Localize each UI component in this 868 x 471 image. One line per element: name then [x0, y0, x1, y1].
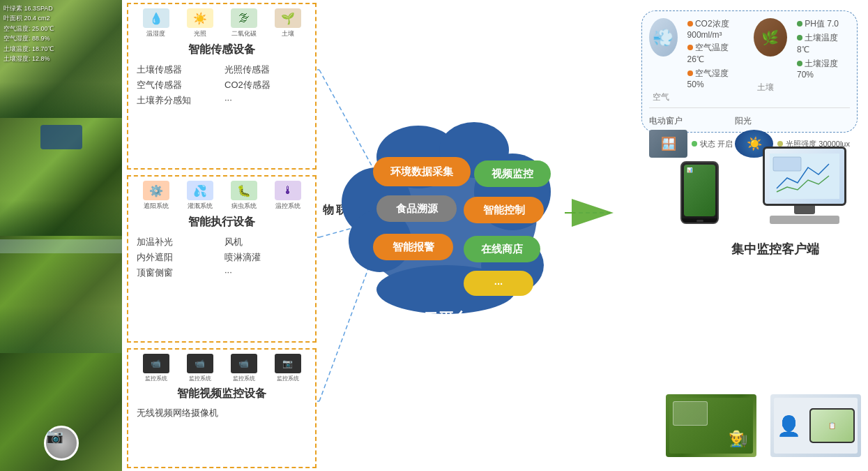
- sun-led: [777, 141, 783, 147]
- smart-actuator-title: 智能执行设备: [134, 215, 310, 230]
- video-icon-2: 📹 监控系统: [187, 354, 213, 382]
- smart-video-section: 📹 监控系统 📹 监控系统 📹 监控系统 📷 监控系统 智能视频监控设备 无线视…: [127, 348, 317, 468]
- module-food-trace[interactable]: 食品溯源: [376, 195, 457, 222]
- soil-icon: 🌿: [754, 18, 787, 57]
- soil-data-col: 🌿 PH值 7.0 土壤温度 8℃ 土壤湿度 70%: [754, 18, 850, 103]
- video-icons-row: 📹 监控系统 📹 监控系统 📹 监控系统 📷 监控系统: [134, 354, 310, 382]
- soil-humidity-dot: [797, 61, 802, 66]
- module-shop[interactable]: 在线商店: [464, 236, 540, 262]
- smart-actuator-section: ⚙️ 遮阳系统 💦 灌溉系统 🐛 病虫系统 🌡 温控系统 智能执行设备 加温补光…: [127, 175, 317, 342]
- monitor: [763, 147, 846, 206]
- photo-camera: 📷: [0, 353, 122, 471]
- smart-sensor-title: 智能传感设备: [134, 43, 310, 57]
- sensor-icon-light: ☀️ 光照: [187, 8, 213, 38]
- photo-greenhouse: [0, 236, 122, 354]
- module-smart-control[interactable]: 智能控制: [464, 197, 544, 223]
- computer-device: [763, 147, 846, 224]
- devices-column: 💧 温湿度 ☀️ 光照 🌫 二氧化碳 🌱 土壤 智能传感设备 土壤传感器 光照传…: [124, 0, 319, 471]
- bottom-images: 👨‍🌾 👤 📋: [659, 394, 868, 457]
- sensor-icon-humidity: 💧 温湿度: [143, 8, 169, 38]
- video-icon-4: 📷 监控系统: [275, 354, 301, 382]
- tablet-image: 👤 📋: [770, 394, 861, 457]
- soil-temp-dot: [797, 35, 802, 40]
- sensor-icon-co2: 🌫 二氧化碳: [231, 8, 257, 38]
- smart-video-title: 智能视频监控设备: [134, 387, 310, 401]
- photo-solar: [0, 118, 122, 236]
- module-env-data[interactable]: 环境数据采集: [373, 157, 471, 186]
- sensor-top-row: 💨 CO2浓度 900ml/m³ 空气温度 26℃ 空气湿度 50%: [649, 18, 850, 103]
- photo-leaf: 叶绿素 16.3SPAD 叶面积 20.4 cm2 空气温度: 25.00℃ 空…: [0, 0, 122, 118]
- air-icon: 💨: [649, 18, 678, 57]
- svg-rect-10: [773, 157, 801, 171]
- client-devices: 📊: [659, 147, 868, 224]
- air-humidity-dot: [687, 70, 693, 76]
- ph-dot: [797, 21, 802, 27]
- divider: [649, 107, 850, 108]
- module-video[interactable]: 视频监控: [474, 160, 551, 187]
- sensor-items-grid: 土壤传感器 光照传感器 空气传感器 CO2传感器 土壤养分感知 ···: [134, 61, 310, 109]
- client-label: 集中监控客户端: [731, 241, 819, 257]
- actuator-items-grid: 加温补光 风机 内外遮阳 喷淋滴灌 顶窗侧窗 ···: [134, 234, 310, 281]
- co2-dot: [687, 21, 693, 27]
- air-label: 空气: [649, 91, 745, 103]
- left-photos-column: 叶绿素 16.3SPAD 叶面积 20.4 cm2 空气温度: 25.00℃ 空…: [0, 0, 122, 471]
- agriculture-image: 👨‍🌾: [666, 394, 756, 457]
- air-data-col: 💨 CO2浓度 900ml/m³ 空气温度 26℃ 空气湿度 50%: [649, 18, 745, 103]
- sensor-icons-row: 💧 温湿度 ☀️ 光照 🌫 二氧化碳 🌱 土壤: [134, 8, 310, 38]
- phone-screen: 📊: [684, 165, 715, 216]
- cloud-platform-label: 云平台: [423, 308, 469, 329]
- actuator-icon-pest: 🐛 病虫系统: [231, 181, 257, 211]
- sensor-data-cloud: 💨 CO2浓度 900ml/m³ 空气温度 26℃ 空气湿度 50%: [641, 10, 858, 133]
- air-temp-dot: [687, 45, 693, 50]
- monitor-stand: [794, 206, 815, 214]
- phone-device: 📊: [680, 161, 719, 224]
- actuator-icon-temp: 🌡 温控系统: [275, 181, 301, 211]
- sensor-icon-soil: 🌱 土壤: [275, 8, 301, 38]
- module-more[interactable]: ···: [464, 271, 533, 296]
- sensor-data-overlay: 叶绿素 16.3SPAD 叶面积 20.4 cm2 空气温度: 25.00℃ 空…: [3, 3, 54, 63]
- video-icon-3: 📹 监控系统: [231, 354, 257, 382]
- actuator-icon-water: 💦 灌溉系统: [187, 181, 213, 211]
- actuator-icons-row: ⚙️ 遮阳系统 💦 灌溉系统 🐛 病虫系统 🌡 温控系统: [134, 181, 310, 211]
- cloud-platform: 环境数据采集 视频监控 食品溯源 智能控制 智能报警 在线商店 ··· 云平台: [335, 112, 558, 342]
- soil-label: 土壤: [754, 82, 850, 94]
- monitor-screen: [765, 149, 844, 204]
- video-item: 无线视频网络摄像机: [134, 405, 310, 421]
- module-alarm[interactable]: 智能报警: [373, 234, 453, 260]
- status-led: [692, 141, 697, 147]
- video-icon-1: 📹 监控系统: [143, 354, 169, 382]
- smart-sensor-section: 💧 温湿度 ☀️ 光照 🌫 二氧化碳 🌱 土壤 智能传感设备 土壤传感器 光照传…: [127, 3, 317, 170]
- actuator-icon-shade: ⚙️ 遮阳系统: [143, 181, 169, 211]
- keyboard: [770, 216, 839, 224]
- camera-device-icon: 📷: [44, 426, 79, 461]
- svg-marker-7: [572, 199, 614, 227]
